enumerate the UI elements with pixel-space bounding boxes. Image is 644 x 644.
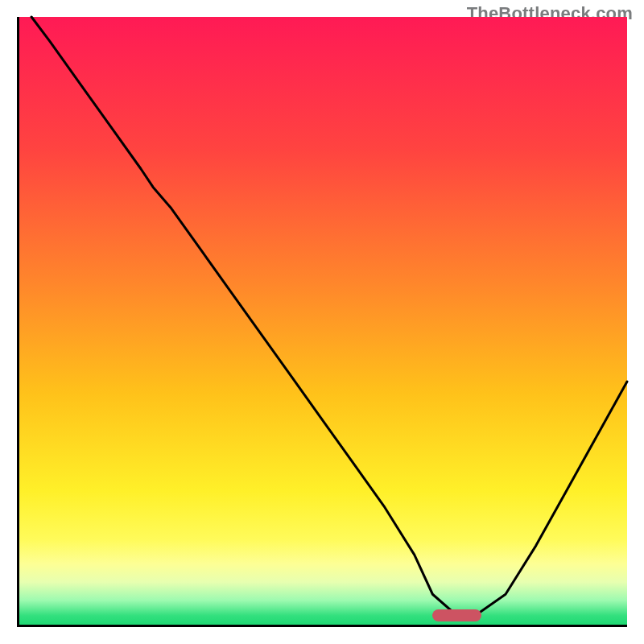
chart-plot-area — [17, 17, 627, 627]
optimal-range-marker — [432, 609, 481, 621]
bottleneck-curve — [19, 17, 627, 625]
